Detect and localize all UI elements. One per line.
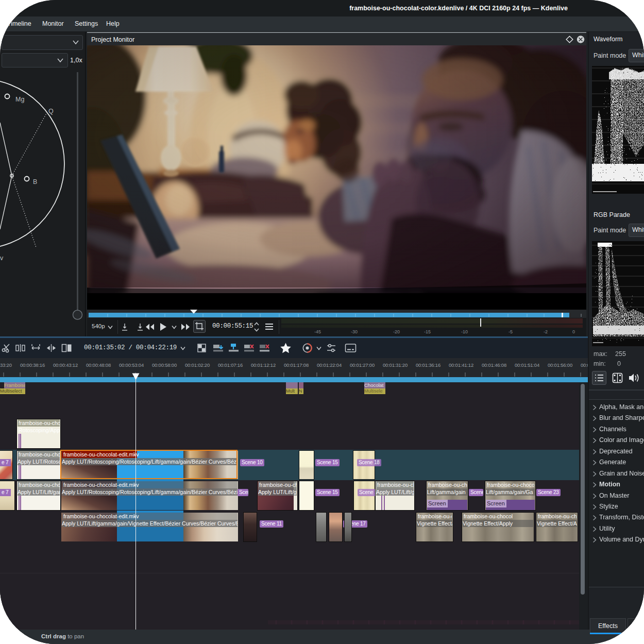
svg-text:Mg: Mg (15, 96, 24, 103)
svg-text:v: v (0, 255, 4, 262)
svg-text:B: B (33, 178, 37, 185)
svg-text:Q: Q (48, 108, 54, 115)
